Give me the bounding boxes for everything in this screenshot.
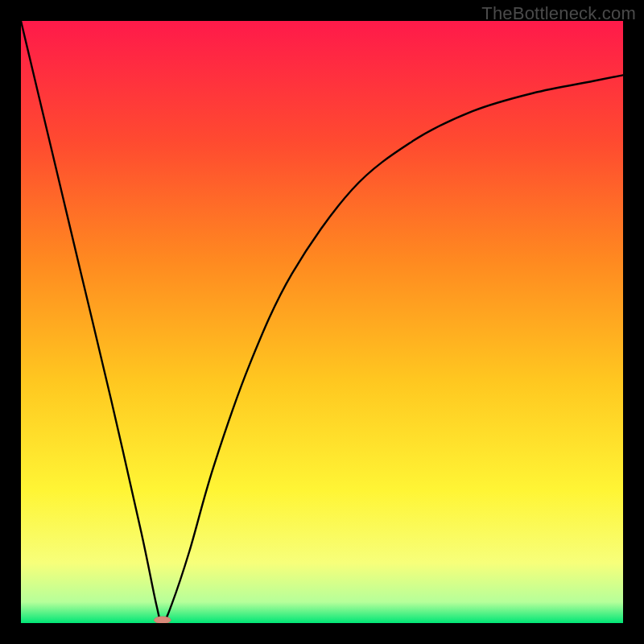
gradient-background [21, 21, 623, 623]
attribution-text: TheBottleneck.com [481, 3, 636, 24]
chart-svg [21, 21, 623, 623]
chart-frame: TheBottleneck.com [0, 0, 644, 644]
minimum-pill [154, 617, 171, 623]
plot-area [21, 21, 623, 623]
